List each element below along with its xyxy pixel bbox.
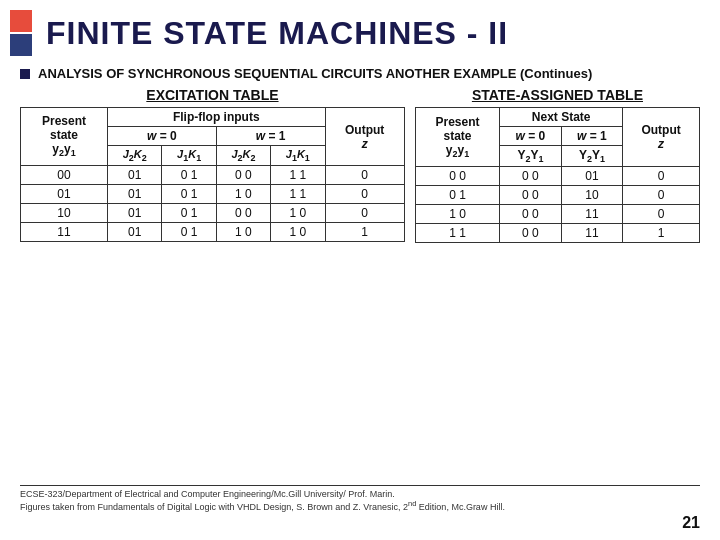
exc-state-01: 01 [21, 185, 108, 204]
sa-w0-header: w = 0 [500, 127, 562, 146]
exc-output-header: Outputz [325, 108, 404, 166]
sa-header-row-1: Presentstatey2y1 Next State Outputz [415, 108, 699, 127]
table-row: 10 01 0 1 0 0 1 0 0 [21, 204, 405, 223]
sa-output-header: Outputz [623, 108, 700, 167]
bullet-item: ANALYSIS OF SYNCHRONOUS SEQUENTIAL CIRCU… [20, 66, 700, 81]
main-content: ANALYSIS OF SYNCHRONOUS SEQUENTIAL CIRCU… [0, 62, 720, 247]
exc-present-state-header: Presentstatey2y1 [21, 108, 108, 166]
table-row: 1 1 0 0 11 1 [415, 224, 699, 243]
page-number: 21 [682, 514, 700, 532]
state-assigned-table-section: STATE-ASSIGNED TABLE Presentstatey2y1 Ne… [415, 87, 700, 243]
footer-line1: ECSE-323/Department of Electrical and Co… [20, 489, 700, 499]
sa-present-state-header: Presentstatey2y1 [415, 108, 499, 167]
excitation-table-section: EXCITATION TABLE Presentstatey2y1 Flip-f… [20, 87, 405, 243]
bullet-text: ANALYSIS OF SYNCHRONOUS SEQUENTIAL CIRCU… [38, 66, 592, 81]
exc-j1k1-w0: J1K1 [162, 146, 216, 166]
table-row: 0 0 0 0 01 0 [415, 167, 699, 186]
exc-j2k2-w1: J2K2 [216, 146, 270, 166]
sa-w1-header: w = 1 [561, 127, 623, 146]
excitation-table-title: EXCITATION TABLE [20, 87, 405, 103]
exc-state-00: 00 [21, 166, 108, 185]
state-assigned-table-title: STATE-ASSIGNED TABLE [415, 87, 700, 103]
exc-j1k1-w1: J1K1 [271, 146, 325, 166]
table-row: 00 01 0 1 0 0 1 1 0 [21, 166, 405, 185]
sa-y2y1-w0: Y2Y1 [500, 146, 562, 167]
footer-line2: Figures taken from Fundamentals of Digit… [20, 499, 700, 512]
sa-y2y1-w1: Y2Y1 [561, 146, 623, 167]
exc-w1-header: w = 1 [216, 127, 325, 146]
exc-flipflop-header: Flip-flop inputs [108, 108, 325, 127]
footer: ECSE-323/Department of Electrical and Co… [20, 485, 700, 512]
excitation-table: Presentstatey2y1 Flip-flop inputs Output… [20, 107, 405, 242]
bullet-icon [20, 69, 30, 79]
table-row: 11 01 0 1 1 0 1 0 1 [21, 223, 405, 242]
sa-next-state-header: Next State [500, 108, 623, 127]
table-row: 1 0 0 0 11 0 [415, 205, 699, 224]
logo-top-block [10, 10, 32, 32]
page-header: FINITE STATE MACHINES - II [0, 0, 720, 62]
state-assigned-table: Presentstatey2y1 Next State Outputz w = … [415, 107, 700, 243]
exc-header-row-1: Presentstatey2y1 Flip-flop inputs Output… [21, 108, 405, 127]
exc-state-11: 11 [21, 223, 108, 242]
exc-state-10: 10 [21, 204, 108, 223]
table-row: 0 1 0 0 10 0 [415, 186, 699, 205]
page-title: FINITE STATE MACHINES - II [46, 15, 508, 52]
logo-bottom-block [10, 34, 32, 56]
exc-w0-header: w = 0 [108, 127, 217, 146]
exc-j2k2-w0: J2K2 [108, 146, 162, 166]
logo [10, 10, 32, 56]
tables-container: EXCITATION TABLE Presentstatey2y1 Flip-f… [20, 87, 700, 243]
table-row: 01 01 0 1 1 0 1 1 0 [21, 185, 405, 204]
